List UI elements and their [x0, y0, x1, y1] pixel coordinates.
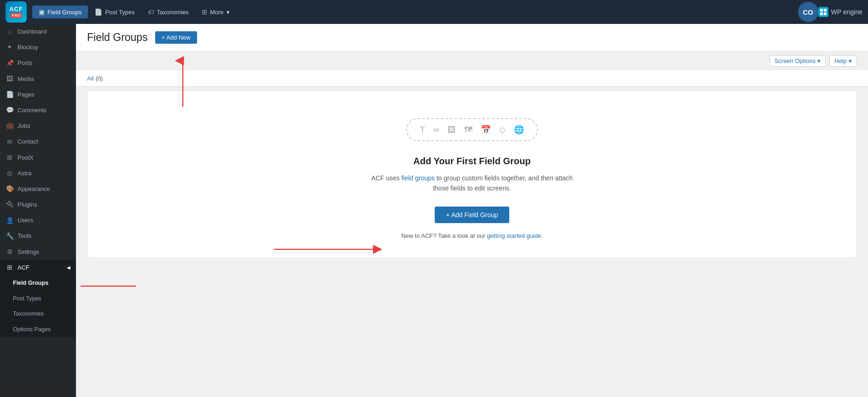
more-nav-icon: ⊞	[202, 8, 207, 16]
sidebar-item-acf[interactable]: ⊞ ACF ◀	[0, 260, 76, 276]
settings-icon: ⚙	[6, 248, 14, 256]
sidebar-item-contact-label: Contact	[17, 138, 38, 146]
posts-icon: 📌	[6, 59, 14, 67]
sidebar-item-options-pages[interactable]: Options Pages	[0, 322, 76, 338]
sidebar-item-media-label: Media	[17, 75, 34, 83]
top-nav: ▣ Field Groups 📄 Post Types 🏷 Taxonomies…	[32, 6, 791, 18]
add-new-button[interactable]: + Add New	[155, 31, 197, 44]
sidebar: ⌂ Dashboard ✦ Blocksy 📌 Posts 🖼 Media 📄 …	[0, 24, 76, 397]
cta-desc-prefix: ACF uses	[371, 174, 401, 182]
sidebar-item-tools[interactable]: 🔧 Tools	[0, 228, 76, 244]
color-field-icon: ◇	[499, 125, 506, 135]
image-field-icon: 🖼	[448, 125, 456, 135]
screen-options-chevron-icon: ▾	[817, 58, 821, 64]
acf-logo[interactable]: ACF PRO	[6, 1, 27, 23]
getting-started-prefix: New to ACF? Take a look at our	[401, 232, 487, 239]
getting-started-link[interactable]: getting started guide	[487, 232, 541, 239]
acf-sidebar-icon: ⊞	[6, 264, 14, 272]
sidebar-item-comments-label: Comments	[17, 106, 47, 115]
tools-icon: 🔧	[6, 232, 14, 241]
sidebar-item-jobs[interactable]: 💼 Jobs	[0, 118, 76, 134]
wpengine-logo[interactable]: WP engine	[818, 7, 862, 17]
sidebar-item-users[interactable]: 👤 Users	[0, 213, 76, 228]
globe-field-icon: 🌐	[514, 125, 524, 135]
wpengine-label: WP engine	[831, 8, 862, 16]
sidebar-item-dashboard-label: Dashboard	[17, 28, 47, 36]
sidebar-item-plugins-label: Plugins	[17, 201, 37, 209]
content-area: T ∞ 🖼 🗺 📅 ◇ 🌐 Add Your First Field Group…	[76, 90, 868, 269]
acf-submenu: Field Groups Post Types Taxonomies Optio…	[0, 276, 76, 337]
sidebar-item-tools-label: Tools	[17, 232, 31, 240]
sidebar-item-comments[interactable]: 💬 Comments	[0, 103, 76, 118]
field-type-icons-pill: T ∞ 🖼 🗺 📅 ◇ 🌐	[406, 118, 538, 141]
top-nav-taxonomies[interactable]: 🏷 Taxonomies	[141, 6, 195, 18]
sidebar-item-acf-label: ACF	[17, 264, 29, 272]
wpengine-icon	[818, 7, 828, 17]
sidebar-item-posts-label: Posts	[17, 59, 33, 67]
sidebar-item-astra[interactable]: ◎ Astra	[0, 166, 76, 181]
main-content: Field Groups + Add New Screen Options ▾ …	[76, 24, 868, 397]
top-nav-more[interactable]: ⊞ More ▾	[195, 6, 236, 18]
empty-state-card: T ∞ 🖼 🗺 📅 ◇ 🌐 Add Your First Field Group…	[87, 90, 857, 258]
help-button[interactable]: Help ▾	[829, 55, 857, 67]
sidebar-item-postx-label: PostX	[17, 154, 34, 162]
getting-started-text: New to ACF? Take a look at our getting s…	[401, 232, 543, 239]
sidebar-item-appearance-label: Appearance	[17, 185, 50, 193]
add-field-group-button[interactable]: + Add Field Group	[435, 207, 509, 223]
users-icon: 👤	[6, 216, 14, 224]
screen-options-button[interactable]: Screen Options ▾	[769, 55, 826, 67]
sidebar-item-pages[interactable]: 📄 Pages	[0, 87, 76, 103]
sidebar-item-post-types[interactable]: Post Types	[0, 291, 76, 307]
sidebar-item-field-groups[interactable]: Field Groups	[0, 276, 76, 291]
sidebar-item-jobs-label: Jobs	[17, 122, 30, 130]
filter-all-link[interactable]: All (0)	[87, 75, 103, 82]
field-groups-link[interactable]: field groups	[402, 174, 435, 182]
filter-bar: All (0)	[76, 70, 868, 86]
cta-desc-suffix: to group custom fields together, and the…	[433, 174, 573, 192]
link-field-icon: ∞	[433, 125, 439, 135]
sidebar-item-taxonomies[interactable]: Taxonomies	[0, 306, 76, 322]
sidebar-item-postx[interactable]: ⊞ PostX	[0, 150, 76, 166]
user-avatar[interactable]: CO	[798, 2, 818, 22]
sidebar-item-contact[interactable]: ✉ Contact	[0, 134, 76, 150]
sidebar-item-plugins[interactable]: 🔌 Plugins	[0, 197, 76, 213]
sidebar-post-types-label: Post Types	[13, 295, 41, 303]
help-chevron-icon: ▾	[849, 58, 852, 64]
main-wrapper: Field Groups + Add New Screen Options ▾ …	[76, 24, 868, 397]
top-nav-field-groups-label: Field Groups	[47, 9, 82, 16]
top-nav-post-types-label: Post Types	[105, 9, 134, 16]
sidebar-item-dashboard[interactable]: ⌂ Dashboard	[0, 24, 76, 40]
sidebar-item-users-label: Users	[17, 216, 33, 224]
acf-pro-badge: PRO	[11, 13, 22, 18]
top-nav-field-groups[interactable]: ▣ Field Groups	[32, 6, 88, 18]
appearance-icon: 🎨	[6, 185, 14, 193]
sidebar-item-posts[interactable]: 📌 Posts	[0, 55, 76, 71]
contact-icon: ✉	[6, 138, 14, 146]
astra-icon: ◎	[6, 169, 14, 178]
acf-logo-text: ACF	[9, 6, 23, 12]
sidebar-item-settings-label: Settings	[17, 248, 39, 256]
main-layout: ⌂ Dashboard ✦ Blocksy 📌 Posts 🖼 Media 📄 …	[0, 24, 868, 397]
top-nav-taxonomies-label: Taxonomies	[157, 9, 189, 16]
plugins-icon: 🔌	[6, 201, 14, 209]
sidebar-item-appearance[interactable]: 🎨 Appearance	[0, 181, 76, 197]
date-field-icon: 📅	[481, 125, 491, 135]
blocksy-icon: ✦	[6, 43, 14, 52]
post-types-nav-icon: 📄	[94, 8, 102, 16]
sidebar-taxonomies-label: Taxonomies	[13, 310, 44, 318]
sidebar-item-settings[interactable]: ⚙ Settings	[0, 244, 76, 260]
getting-started-suffix: .	[541, 232, 543, 239]
sidebar-item-media[interactable]: 🖼 Media	[0, 71, 76, 87]
map-field-icon: 🗺	[464, 125, 472, 135]
postx-icon: ⊞	[6, 154, 14, 162]
sidebar-item-astra-label: Astra	[17, 169, 31, 178]
help-label: Help	[834, 58, 847, 64]
sidebar-item-pages-label: Pages	[17, 91, 35, 99]
sidebar-item-blocksy[interactable]: ✦ Blocksy	[0, 40, 76, 55]
jobs-icon: 💼	[6, 122, 14, 130]
dashboard-icon: ⌂	[6, 28, 14, 36]
pages-icon: 📄	[6, 91, 14, 99]
top-nav-post-types[interactable]: 📄 Post Types	[88, 6, 141, 18]
media-icon: 🖼	[6, 75, 14, 83]
empty-state-description: ACF uses field groups to group custom fi…	[371, 173, 573, 194]
